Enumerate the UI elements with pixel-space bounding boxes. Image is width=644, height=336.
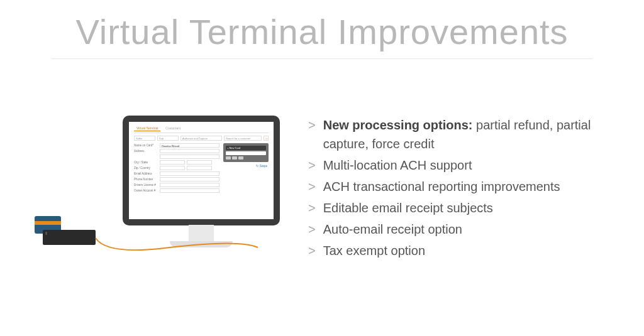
label-address: Address bbox=[134, 149, 158, 153]
bullet-text: Editable email receipt subjects bbox=[323, 201, 493, 215]
page-title: Virtual Terminal Improvements bbox=[0, 0, 644, 58]
card-new-card: + New Card bbox=[226, 146, 266, 150]
label-phone: Phone Number bbox=[134, 178, 158, 181]
mock-form: Name on Card*Douglas Wizard Address City… bbox=[134, 143, 219, 194]
card-pill-3 bbox=[238, 156, 243, 160]
label-dl: Drivers License # bbox=[134, 183, 158, 187]
mock-filter-row: Softie Sub Authorize and Capture Search … bbox=[134, 136, 269, 141]
list-item: >Auto-email receipt option bbox=[308, 220, 625, 239]
label-zip: Zip / Country bbox=[134, 166, 158, 170]
input-address bbox=[160, 149, 219, 153]
search-icon: ⌕ bbox=[264, 136, 269, 141]
cable bbox=[94, 232, 267, 257]
chevron-right-icon: > bbox=[308, 156, 316, 175]
input-zip bbox=[160, 166, 185, 170]
input-city bbox=[160, 160, 185, 165]
tab-virtual-terminal: Virtual Terminal bbox=[134, 126, 160, 131]
card-pill-1 bbox=[226, 156, 231, 160]
filter-b: Sub bbox=[157, 136, 179, 141]
card-pill-2 bbox=[232, 156, 237, 160]
bullet-text: Multi-location ACH support bbox=[323, 158, 472, 172]
bullet-text: Auto-email receipt option bbox=[323, 222, 462, 236]
mock-card-widget: + New Card ↻ Swipe bbox=[223, 143, 269, 194]
mock-tabs: Virtual Terminal Customers bbox=[134, 126, 269, 133]
feature-list: >New processing options: partial refund,… bbox=[308, 116, 644, 304]
chevron-right-icon: > bbox=[308, 198, 316, 217]
filter-search: Search for a customer bbox=[224, 136, 262, 141]
input-country bbox=[187, 166, 212, 170]
bullet-strong: New processing options: bbox=[323, 118, 473, 132]
illustration: Virtual Terminal Customers Softie Sub Au… bbox=[0, 116, 308, 304]
card-number-field bbox=[226, 151, 266, 155]
label-email: Email Address bbox=[134, 172, 158, 175]
chevron-right-icon: > bbox=[308, 116, 316, 153]
card-reader-icon bbox=[43, 230, 96, 245]
label-name: Name on Card* bbox=[134, 144, 158, 147]
filter-c: Authorize and Capture bbox=[180, 136, 222, 141]
input-email bbox=[160, 171, 219, 176]
label-city: City / State bbox=[134, 161, 158, 164]
bullet-text: ACH transactional reporting improvements bbox=[323, 180, 560, 193]
tab-customers: Customers bbox=[163, 126, 183, 131]
list-item: >New processing options: partial refund,… bbox=[308, 116, 625, 153]
swipe-link: ↻ Swipe bbox=[223, 165, 269, 168]
content-area: Virtual Terminal Customers Softie Sub Au… bbox=[0, 59, 644, 304]
input-dl bbox=[160, 183, 219, 187]
monitor-frame: Virtual Terminal Customers Softie Sub Au… bbox=[123, 116, 280, 225]
chevron-right-icon: > bbox=[308, 177, 316, 196]
bullet-text: Tax exempt option bbox=[323, 244, 425, 257]
mock-screen: Virtual Terminal Customers Softie Sub Au… bbox=[129, 122, 274, 198]
input-state bbox=[187, 160, 212, 165]
list-item: >Tax exempt option bbox=[308, 241, 625, 260]
filter-a: Softie bbox=[134, 136, 155, 141]
label-owner: Owner Account # bbox=[134, 189, 158, 192]
input-name: Douglas Wizard bbox=[160, 143, 219, 148]
list-item: >Editable email receipt subjects bbox=[308, 198, 625, 217]
list-item: >Multi-location ACH support bbox=[308, 156, 625, 175]
chevron-right-icon: > bbox=[308, 220, 316, 239]
chevron-right-icon: > bbox=[308, 241, 316, 260]
list-item: >ACH transactional reporting improvement… bbox=[308, 177, 625, 196]
input-address2 bbox=[160, 154, 219, 159]
input-owner bbox=[160, 188, 219, 193]
swipe-text: Swipe bbox=[260, 165, 267, 168]
input-phone bbox=[160, 177, 219, 182]
